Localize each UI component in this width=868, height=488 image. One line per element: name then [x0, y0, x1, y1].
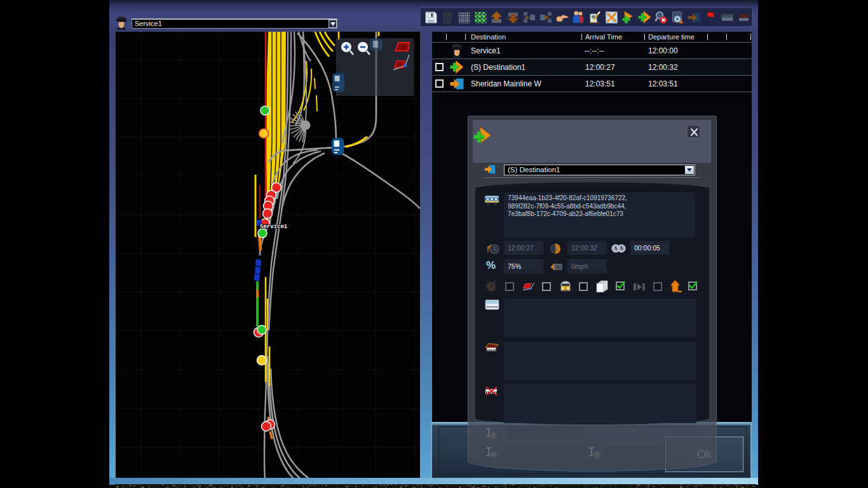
svg-text:Service1: Service1	[260, 224, 288, 230]
svg-text:30: 30	[555, 264, 561, 270]
